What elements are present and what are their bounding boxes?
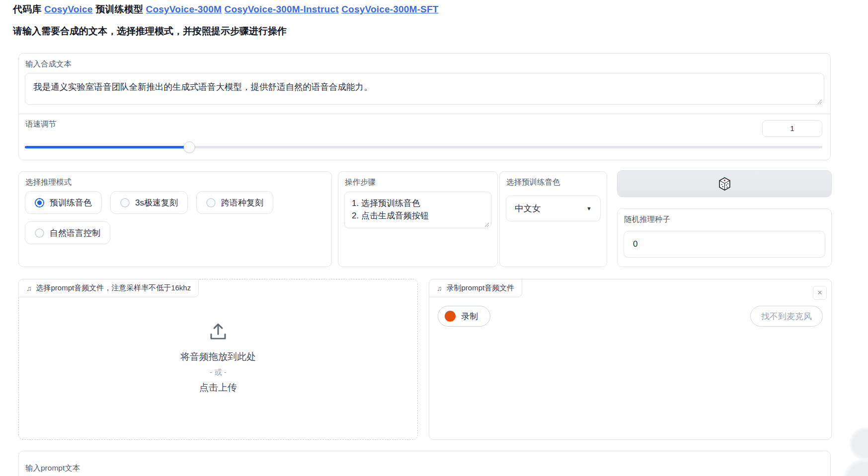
- record-button-label: 录制: [461, 311, 478, 322]
- synthesis-textarea[interactable]: 我是通义实验室语音团队全新推出的生成式语音大模型，提供舒适自然的语音合成能力。: [25, 73, 824, 105]
- radio-label: 3s极速复刻: [135, 197, 178, 208]
- mode-label: 选择推理模式: [25, 177, 72, 188]
- section-divider: [19, 114, 830, 114]
- model-link-300m[interactable]: CosyVoice-300M: [146, 4, 222, 14]
- code-repo-label: 代码库: [13, 4, 42, 14]
- prompt-text-panel: 输入prompt文本: [18, 451, 831, 476]
- voice-panel: 选择预训练音色 中文女 ▼: [499, 171, 607, 267]
- radio-option-crosslingual-clone[interactable]: 跨语种复刻: [196, 191, 273, 214]
- voice-dropdown-value: 中文女: [515, 203, 541, 214]
- radio-unselected-icon: [35, 228, 44, 238]
- instruction-text: 请输入需要合成的文本，选择推理模式，并按照提示步骤进行操作: [13, 25, 287, 38]
- drop-audio-text: 将音频拖放到此处: [180, 350, 256, 363]
- model-link-300m-sft[interactable]: CosyVoice-300M-SFT: [341, 4, 438, 14]
- chevron-down-icon: ▼: [586, 205, 592, 211]
- radio-label: 跨语种复刻: [221, 197, 263, 208]
- voice-label: 选择预训练音色: [506, 177, 560, 188]
- steps-label: 操作步骤: [345, 177, 376, 188]
- radio-option-3s-clone[interactable]: 3s极速复刻: [110, 191, 188, 214]
- record-dot-icon: [445, 311, 456, 322]
- cosyvoice-app: 代码库 CosyVoice 预训练模型 CosyVoice-300M CosyV…: [0, 0, 868, 476]
- cosyvoice-repo-link[interactable]: CosyVoice: [44, 4, 93, 14]
- steps-textarea[interactable]: 1. 选择预训练音色 2. 点击生成音频按钮: [344, 192, 491, 228]
- dice-button[interactable]: [617, 170, 832, 197]
- radio-label: 预训练音色: [50, 197, 92, 208]
- dice-icon: [718, 177, 731, 191]
- speed-value-input[interactable]: 1: [762, 120, 822, 137]
- prompt-audio-upload-dropzone[interactable]: ♫ 选择prompt音频文件，注意采样率不低于16khz 将音频拖放到此处 - …: [18, 279, 418, 440]
- slider-thumb[interactable]: [183, 141, 195, 153]
- radio-label: 自然语言控制: [50, 227, 100, 239]
- upload-icon: [208, 322, 229, 342]
- no-microphone-button[interactable]: 找不到麦克风: [750, 306, 823, 327]
- seed-input[interactable]: 0: [624, 231, 825, 258]
- header-links-row: 代码库 CosyVoice 预训练模型 CosyVoice-300M CosyV…: [13, 3, 439, 16]
- close-button[interactable]: ×: [813, 286, 827, 300]
- scroll-decoration: [849, 427, 868, 461]
- click-to-upload-text[interactable]: 点击上传: [199, 381, 237, 394]
- close-icon: ×: [817, 288, 822, 298]
- mode-panel: 选择推理模式 预训练音色 3s极速复刻 跨语种复刻 自然语言控制: [18, 171, 332, 267]
- seed-panel: 随机推理种子 0: [617, 208, 832, 267]
- radio-option-natural-language-control[interactable]: 自然语言控制: [25, 221, 110, 244]
- slider-fill: [25, 146, 189, 148]
- radio-unselected-icon: [206, 198, 216, 207]
- prompt-audio-record-zone: ♫ 录制prompt音频文件 × 录制 找不到麦克风: [429, 279, 832, 440]
- model-link-300m-instruct[interactable]: CosyVoice-300M-Instruct: [225, 4, 339, 14]
- upload-zone-content: 将音频拖放到此处 - 或 - 点击上传: [19, 279, 417, 439]
- synthesis-label: 输入合成文本: [25, 59, 72, 69]
- prompt-text-label: 输入prompt文本: [25, 463, 80, 474]
- steps-panel: 操作步骤 1. 选择预训练音色 2. 点击生成音频按钮: [338, 171, 498, 267]
- radio-selected-icon: [35, 198, 44, 207]
- voice-dropdown[interactable]: 中文女 ▼: [506, 196, 601, 221]
- music-note-icon: ♫: [437, 284, 442, 292]
- scroll-decoration: [843, 459, 868, 476]
- speed-label: 语速调节: [25, 119, 56, 130]
- seed-label: 随机推理种子: [624, 214, 670, 225]
- radio-unselected-icon: [120, 198, 130, 207]
- record-zone-chip: ♫ 录制prompt音频文件: [429, 279, 522, 297]
- or-text: - 或 -: [210, 368, 226, 377]
- mode-options: 预训练音色 3s极速复刻 跨语种复刻 自然语言控制: [25, 191, 325, 244]
- synthesis-panel: 输入合成文本 我是通义实验室语音团队全新推出的生成式语音大模型，提供舒适自然的语…: [18, 53, 831, 160]
- record-zone-label: 录制prompt音频文件: [447, 283, 515, 293]
- record-button[interactable]: 录制: [438, 306, 490, 327]
- pretrained-models-label: 预训练模型: [95, 4, 143, 14]
- speed-slider[interactable]: [25, 143, 822, 151]
- radio-option-pretrained-voice[interactable]: 预训练音色: [25, 191, 102, 214]
